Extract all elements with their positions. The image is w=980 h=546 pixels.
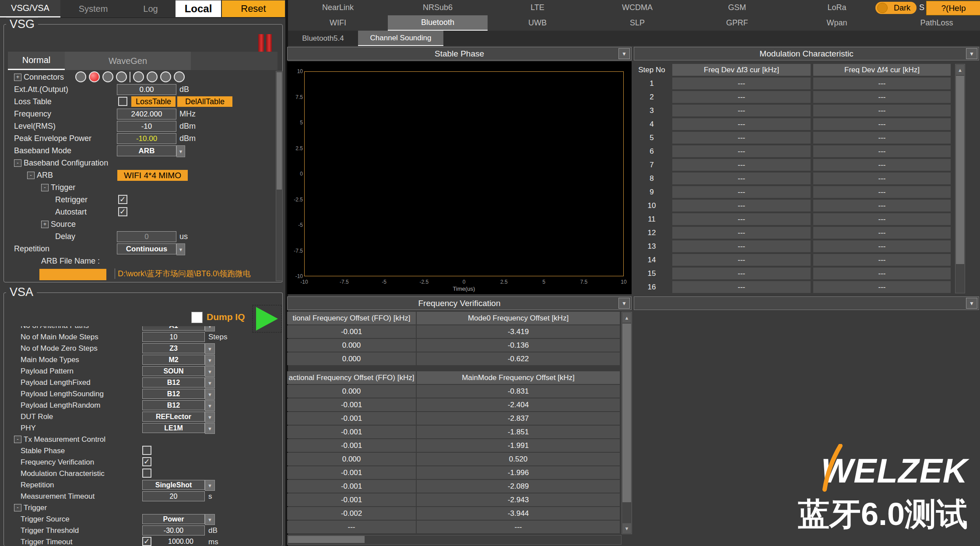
payload-lengthsounding-select[interactable]: B12 (142, 389, 205, 399)
baseband-mode-select[interactable]: ARB (117, 145, 176, 156)
chevron-down-icon[interactable]: ▼ (205, 343, 215, 354)
arb-file-browse-button[interactable] (39, 269, 106, 280)
frequency-input[interactable]: 2402.000 (117, 109, 176, 120)
nav-item-slp[interactable]: SLP (587, 15, 687, 31)
no-of-main-mode-steps-input[interactable]: 10 (142, 332, 205, 342)
nav-item-pathloss[interactable]: PathLoss (887, 15, 980, 31)
nav-item-uwb[interactable]: UWB (488, 15, 587, 31)
connector-8-icon[interactable] (174, 71, 185, 82)
stable-phase-checkbox[interactable] (142, 446, 151, 455)
connector-6-icon[interactable] (147, 71, 158, 82)
trigger-timeout-value[interactable]: 1000.00 (157, 538, 205, 546)
tab-normal[interactable]: Normal (8, 52, 65, 70)
peak-envelope-power-input[interactable]: -10.00 (117, 133, 176, 144)
nav-item-wcdma[interactable]: WCDMA (587, 0, 687, 15)
connector-4-icon[interactable] (116, 71, 127, 82)
chevron-down-icon[interactable]: ▼ (205, 366, 215, 377)
help-button[interactable]: ?(Help (926, 1, 980, 15)
chevron-down-icon[interactable]: ▼ (176, 243, 185, 255)
tab-vsg-vsa[interactable]: VSG/VSA (0, 0, 60, 18)
nav-item-wifi[interactable]: WIFI (288, 15, 388, 31)
modulation-characteristic-dropdown-button[interactable]: ▼ (966, 48, 977, 59)
tab-system[interactable]: System (60, 0, 126, 18)
repetition-select[interactable]: SingleShot (142, 480, 205, 490)
chevron-down-icon[interactable]: ▼ (176, 145, 185, 157)
nav-item-channel-sounding[interactable]: Channel Sounding (358, 31, 443, 46)
delay-input[interactable]: 0 (117, 231, 176, 242)
scroll-up-arrow[interactable]: ▲ (956, 65, 964, 75)
ext.att.-output-input[interactable]: 0.00 (117, 84, 176, 95)
trigger-timeout-checkbox[interactable] (142, 537, 151, 546)
modulation-characteristic-checkbox[interactable] (142, 469, 151, 478)
level-rms-input[interactable]: -10 (117, 121, 176, 132)
horizontal-scrollbar[interactable] (287, 535, 622, 545)
retrigger-checkbox[interactable] (118, 195, 127, 204)
nav-item-bluetooth[interactable]: Bluetooth (388, 15, 488, 31)
loss-table-checkbox[interactable] (118, 97, 127, 106)
dut-role-select[interactable]: REFLector (142, 412, 205, 422)
frequency-scrollbar-thumb[interactable] (622, 324, 631, 502)
nav-item-wpan[interactable]: Wpan (787, 15, 887, 31)
loss-table-button[interactable]: LossTable (131, 96, 176, 107)
scroll-down-arrow[interactable]: ▼ (622, 523, 631, 533)
tab-log[interactable]: Log (126, 0, 175, 18)
nav-item-nearlink[interactable]: NearLink (288, 0, 388, 15)
expand-icon[interactable]: + (14, 74, 21, 81)
chevron-down-icon[interactable]: ▼ (205, 423, 215, 434)
dark-mode-toggle[interactable]: Dark (875, 2, 917, 14)
nav-item-lte[interactable]: LTE (488, 0, 587, 15)
vsg-scrollbar-thumb[interactable] (277, 72, 282, 190)
autostart-checkbox[interactable] (118, 207, 127, 216)
repetition-select[interactable]: Continuous (117, 243, 176, 254)
phy-select[interactable]: LE1M (142, 423, 205, 433)
collapsed-panel-dropdown-button[interactable]: ▼ (966, 298, 977, 309)
chevron-down-icon[interactable]: ▼ (205, 480, 215, 491)
no-of-mode-zero-steps-select[interactable]: Z3 (142, 343, 205, 353)
reset-button[interactable]: Reset (222, 0, 285, 17)
payload-pattern-select[interactable]: SOUN (142, 366, 205, 376)
chevron-down-icon[interactable]: ▼ (205, 412, 215, 423)
chevron-down-icon[interactable]: ▼ (205, 326, 215, 331)
connector-1-icon[interactable] (75, 71, 86, 82)
no-of-antenna-paths-select[interactable]: A1 (142, 326, 205, 331)
nav-item-bluetooth5.4[interactable]: Bluetooth5.4 (288, 31, 358, 46)
del-all-table-button[interactable]: DelAllTable (177, 96, 232, 107)
trigger-source-select[interactable]: Power (142, 514, 205, 524)
arb-file-select-button[interactable]: WIFI 4*4 MIMO (117, 170, 188, 181)
payload-lengthfixed-select[interactable]: B12 (142, 377, 205, 387)
vsg-scrollbar[interactable] (276, 71, 283, 281)
chevron-down-icon[interactable]: ▼ (205, 355, 215, 366)
frequency-verification-dropdown-button[interactable]: ▼ (618, 298, 630, 309)
modulation-scrollbar-thumb[interactable] (956, 76, 964, 264)
local-button[interactable]: Local (176, 0, 221, 17)
scroll-up-arrow[interactable]: ▲ (622, 313, 631, 323)
trigger-threshold-input[interactable]: -30.00 (142, 525, 205, 535)
payload-lengthrandom-select[interactable]: B12 (142, 400, 205, 410)
connector-3-icon[interactable] (102, 71, 113, 82)
expand-icon[interactable]: - (14, 436, 21, 443)
nav-item-nrsub6[interactable]: NRSub6 (388, 0, 488, 15)
main-mode-types-select[interactable]: M2 (142, 355, 205, 365)
expand-icon[interactable]: - (27, 172, 35, 179)
nav-item-gsm[interactable]: GSM (687, 0, 787, 15)
connector-7-icon[interactable] (160, 71, 171, 82)
frequency-table-scrollbar[interactable]: ▲ ▼ (622, 312, 632, 534)
expand-icon[interactable]: + (41, 221, 49, 228)
expand-icon[interactable]: - (14, 159, 21, 167)
nav-item-lora[interactable]: LoRa (787, 0, 887, 15)
expand-icon[interactable]: - (14, 504, 21, 511)
modulation-table-scrollbar[interactable]: ▲ (955, 64, 965, 293)
nav-item-gprf[interactable]: GPRF (687, 15, 787, 31)
connector-5-icon[interactable] (133, 71, 144, 82)
measurement-timeout-input[interactable]: 20 (142, 491, 205, 501)
chevron-down-icon[interactable]: ▼ (205, 400, 215, 411)
chevron-down-icon[interactable]: ▼ (205, 514, 215, 525)
chevron-down-icon[interactable]: ▼ (205, 389, 215, 400)
expand-icon[interactable]: - (41, 184, 49, 191)
dump-iq-checkbox[interactable] (191, 312, 203, 323)
connector-2-active-icon[interactable] (89, 71, 100, 82)
horizontal-scrollbar-thumb[interactable] (288, 536, 365, 543)
stable-phase-dropdown-button[interactable]: ▼ (618, 48, 630, 59)
tab-wavegen[interactable]: WaveGen (65, 52, 191, 70)
frequency-verification-checkbox[interactable] (142, 457, 151, 466)
